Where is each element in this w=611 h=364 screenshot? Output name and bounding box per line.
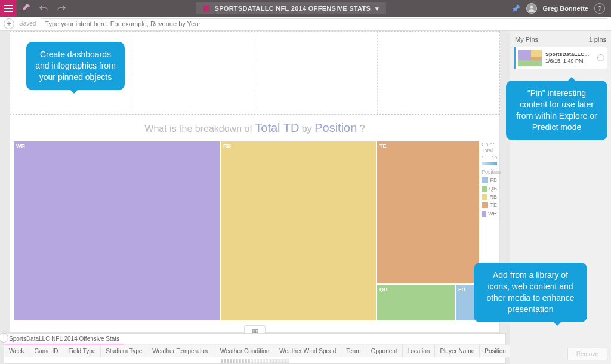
column-pill[interactable]: Player Name xyxy=(435,345,480,357)
tile-qb[interactable]: QB xyxy=(377,285,455,320)
pin-title: SportsDataLLC... xyxy=(545,51,589,58)
drop-cell[interactable] xyxy=(255,32,378,114)
undo-icon[interactable] xyxy=(35,0,53,17)
column-pill[interactable]: Opponent xyxy=(366,345,403,357)
chevron-down-icon: ▾ xyxy=(375,5,379,13)
column-pill[interactable]: Weather Wind Speed xyxy=(274,345,341,357)
column-scroll-indicator[interactable]: ▮▮▮▮▮▮▮▮▮▮▯▯▯▯▯▯▯▯▯▯▯▯▯ xyxy=(4,357,505,363)
column-pill[interactable]: Location xyxy=(403,345,436,357)
chart-card: What is the breakdown of Total TD by Pos… xyxy=(10,115,500,333)
tile-rb[interactable]: RB xyxy=(221,141,376,320)
callout-dashboards: Create dashboards and infographics from … xyxy=(26,42,125,90)
workspace-title[interactable]: ▦ SPORTSDATALLC NFL 2014 OFFENSIVE STATS… xyxy=(196,2,386,14)
help-button[interactable]: ? xyxy=(594,3,605,14)
intent-bar: + Saved xyxy=(0,17,611,31)
eyedropper-icon[interactable] xyxy=(17,0,35,17)
source-tab[interactable]: SportsDataLLC NFL 2014 Offensive Stats xyxy=(4,334,124,344)
treemap: WR RB TE QB FB xyxy=(14,141,479,328)
tile-te[interactable]: TE xyxy=(377,141,479,283)
legend: Color Total 119 Position FB QB RB TE WR xyxy=(482,141,497,217)
column-pill[interactable]: Position xyxy=(480,345,511,357)
saved-label: Saved xyxy=(19,20,36,27)
chart-metric[interactable]: Total TD xyxy=(255,121,299,134)
workspace-title-text: SPORTSDATALLC NFL 2014 OFFENSIVE STATS xyxy=(215,5,371,12)
column-pill[interactable]: Field Type xyxy=(63,345,101,357)
pin-timestamp: 1/6/15, 1:49 PM xyxy=(545,58,589,64)
column-pill[interactable]: Week xyxy=(4,345,29,357)
tile-wr[interactable]: WR xyxy=(14,141,220,320)
redo-icon[interactable] xyxy=(53,0,70,17)
pins-count: 1 pins xyxy=(589,36,606,43)
add-intent-button[interactable]: + xyxy=(4,18,14,29)
chart-title: What is the breakdown of Total TD by Pos… xyxy=(10,115,499,140)
chart-dimension[interactable]: Position xyxy=(314,121,357,134)
pin-select-radio[interactable] xyxy=(597,54,604,61)
remove-button[interactable]: Remove xyxy=(567,348,607,360)
pin-icon[interactable] xyxy=(512,4,520,14)
data-source-bar: ⋯ SportsDataLLC NFL 2014 Offensive Stats… xyxy=(4,333,506,364)
callout-pin: “Pin” interesting content for use later … xyxy=(506,81,607,140)
username[interactable]: Greg Bonnette xyxy=(543,5,588,12)
pins-header: My Pins xyxy=(515,36,538,43)
drop-cell[interactable] xyxy=(378,32,499,114)
avatar[interactable] xyxy=(526,3,537,14)
intent-input[interactable] xyxy=(41,18,607,29)
pin-card[interactable]: SportsDataLLC... 1/6/15, 1:49 PM xyxy=(514,47,607,69)
drop-cell[interactable] xyxy=(132,32,255,114)
column-picker: WeekGame IDField TypeStadium TypeWeather… xyxy=(4,344,505,357)
svg-point-0 xyxy=(530,6,533,9)
dataset-icon: ▦ xyxy=(203,4,209,13)
hamburger-menu-button[interactable] xyxy=(0,0,17,17)
column-pill[interactable]: Weather Temperature xyxy=(147,345,215,357)
topbar: ▦ SPORTSDATALLC NFL 2014 OFFENSIVE STATS… xyxy=(0,0,611,17)
column-pill[interactable]: Game ID xyxy=(29,345,63,357)
pin-thumbnail xyxy=(518,50,542,66)
column-pill[interactable]: Weather Condition xyxy=(215,345,275,357)
column-pill[interactable]: Stadium Type xyxy=(101,345,147,357)
callout-library: Add from a library of icons, web content… xyxy=(474,263,587,322)
column-pill[interactable]: Team xyxy=(341,345,366,357)
